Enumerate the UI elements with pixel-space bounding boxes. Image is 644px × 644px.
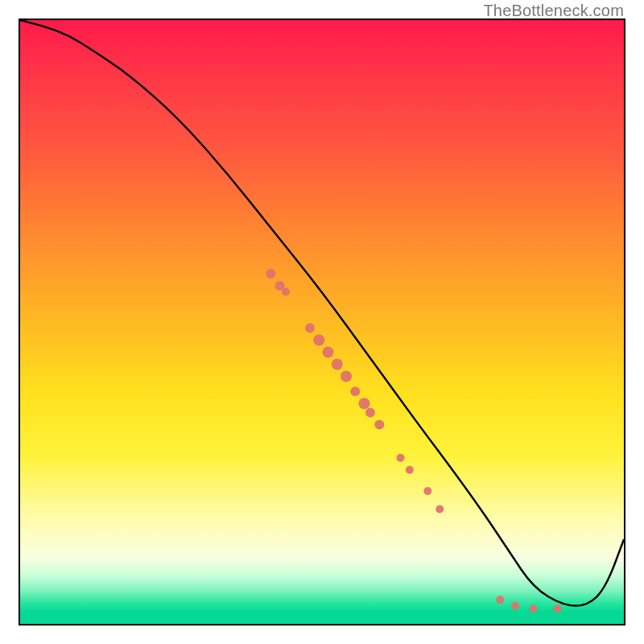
scatter-point xyxy=(359,398,370,409)
scatter-point xyxy=(554,605,562,613)
chart-svg xyxy=(20,20,624,624)
scatter-point xyxy=(266,269,275,279)
scatter-point xyxy=(350,386,360,396)
plot-area xyxy=(19,19,625,625)
scatter-point xyxy=(305,324,315,333)
scatter-point xyxy=(282,288,290,296)
scatter-point xyxy=(332,359,343,370)
branding-text: TheBottleneck.com xyxy=(483,2,624,20)
scatter-point xyxy=(323,347,334,358)
scatter-point xyxy=(406,466,414,474)
scatter-point xyxy=(436,506,444,514)
scatter-point xyxy=(374,420,384,430)
scatter-point xyxy=(397,454,405,462)
bottleneck-curve xyxy=(20,20,624,606)
scatter-point xyxy=(496,596,504,604)
scatter-point xyxy=(365,408,375,418)
scatter-point xyxy=(530,605,538,613)
scatter-point xyxy=(341,371,352,382)
chart-frame: TheBottleneck.com xyxy=(0,0,644,644)
scatter-point xyxy=(423,487,431,495)
scatter-points xyxy=(266,269,561,613)
scatter-point xyxy=(511,602,519,610)
scatter-point xyxy=(313,335,324,346)
